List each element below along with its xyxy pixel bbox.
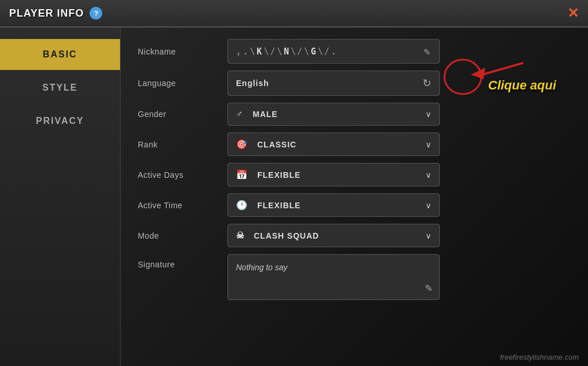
signature-value: Nothing to say [236,263,288,272]
language-row: Language English ↻ [138,71,571,96]
active-days-dropdown-arrow[interactable]: ∨ [425,170,431,180]
active-time-icon: 🕐 [236,200,248,211]
rank-field[interactable]: 🎯 CLASSIC ∨ [227,133,440,156]
gender-label: Gender [138,110,218,119]
mode-value: ☠ CLASH SQUAD [236,230,319,241]
active-time-value: 🕐 FLEXIBLE [236,200,301,211]
active-time-field[interactable]: 🕐 FLEXIBLE ∨ [227,193,440,217]
nickname-row: Nickname , . \ K \/ \ N \/ \ G \/ . ✎ [138,39,571,64]
nickname-label: Nickname [138,47,218,56]
gender-value: ♂ MALE [236,109,278,119]
language-label: Language [138,79,218,88]
language-field[interactable]: English ↻ [227,71,440,96]
sidebar-item-basic[interactable]: BASIC [0,39,120,70]
signature-label: Signature [138,254,218,269]
rank-label: Rank [138,140,218,149]
gender-icon: ♂ [236,109,243,119]
watermark: freefirestylishname.com [500,353,579,361]
active-days-icon: 📅 [236,169,248,180]
active-days-label: Active Days [138,170,218,180]
active-days-value: 📅 FLEXIBLE [236,169,301,180]
active-days-row: Active Days 📅 FLEXIBLE ∨ [138,163,571,186]
mode-dropdown-arrow[interactable]: ∨ [425,231,431,240]
sidebar-item-privacy[interactable]: PRIVACY [0,106,120,137]
edit-nickname-icon[interactable]: ✎ [424,45,431,57]
active-time-dropdown-arrow[interactable]: ∨ [425,201,431,210]
rank-icon: 🎯 [236,139,248,150]
active-time-row: Active Time 🕐 FLEXIBLE ∨ [138,193,571,217]
gender-dropdown-arrow[interactable]: ∨ [425,110,431,119]
gender-field[interactable]: ♂ MALE ∨ [227,103,440,126]
mode-label: Mode [138,231,218,240]
rank-row: Rank 🎯 CLASSIC ∨ [138,133,571,156]
mode-field[interactable]: ☠ CLASH SQUAD ∨ [227,224,440,247]
help-button[interactable]: ? [90,7,102,20]
rank-dropdown-arrow[interactable]: ∨ [425,140,431,149]
signature-field[interactable]: Nothing to say ✎ [227,254,440,300]
close-button[interactable]: ✕ [567,6,579,20]
edit-signature-icon[interactable]: ✎ [425,283,432,294]
nickname-field[interactable]: , . \ K \/ \ N \/ \ G \/ . ✎ [227,39,440,64]
language-refresh-icon[interactable]: ↻ [423,77,431,89]
main-layout: BASIC STYLE PRIVACY Nickname , . \ K \/ … [0,28,588,366]
active-time-label: Active Time [138,201,218,210]
content-area: Nickname , . \ K \/ \ N \/ \ G \/ . ✎ [121,28,588,366]
rank-value: 🎯 CLASSIC [236,139,296,150]
signature-row: Signature Nothing to say ✎ [138,254,571,300]
top-bar-left: PLAYER INFO ? [9,7,102,20]
sidebar: BASIC STYLE PRIVACY [0,28,121,366]
mode-row: Mode ☠ CLASH SQUAD ∨ [138,224,571,247]
language-value: English [236,79,269,88]
gender-row: Gender ♂ MALE ∨ [138,103,571,126]
nickname-value: , . \ K \/ \ N \/ \ G \/ . [236,46,337,57]
sidebar-item-style[interactable]: STYLE [0,72,120,103]
top-bar: PLAYER INFO ? ✕ [0,0,588,28]
page-title: PLAYER INFO [9,7,84,20]
mode-icon: ☠ [236,230,245,241]
active-days-field[interactable]: 📅 FLEXIBLE ∨ [227,163,440,186]
